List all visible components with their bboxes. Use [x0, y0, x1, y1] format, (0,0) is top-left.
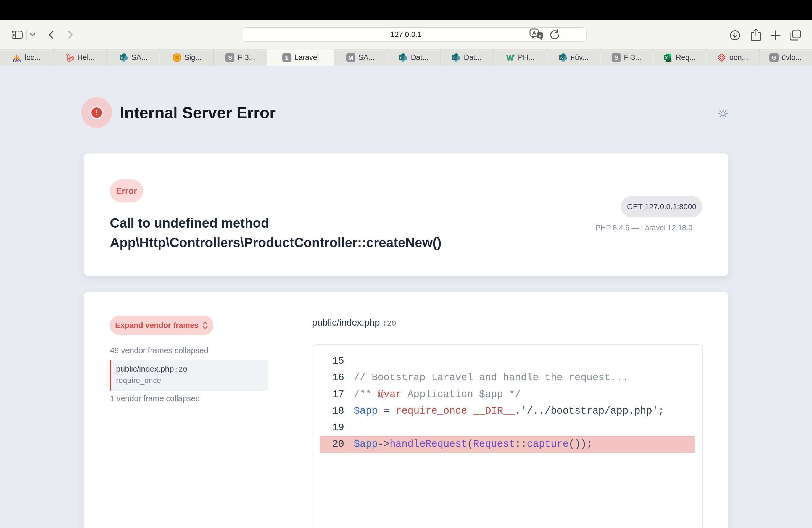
svg-text:PMA: PMA — [13, 59, 21, 62]
svg-text:S: S — [121, 56, 123, 60]
svg-text:X: X — [665, 55, 668, 60]
svg-text:3: 3 — [512, 53, 514, 57]
svg-text:S: S — [560, 56, 563, 60]
svg-text:x: x — [539, 33, 541, 38]
svg-text:A: A — [533, 30, 536, 35]
svg-text:S: S — [453, 56, 456, 60]
svg-text:S: S — [400, 56, 403, 60]
